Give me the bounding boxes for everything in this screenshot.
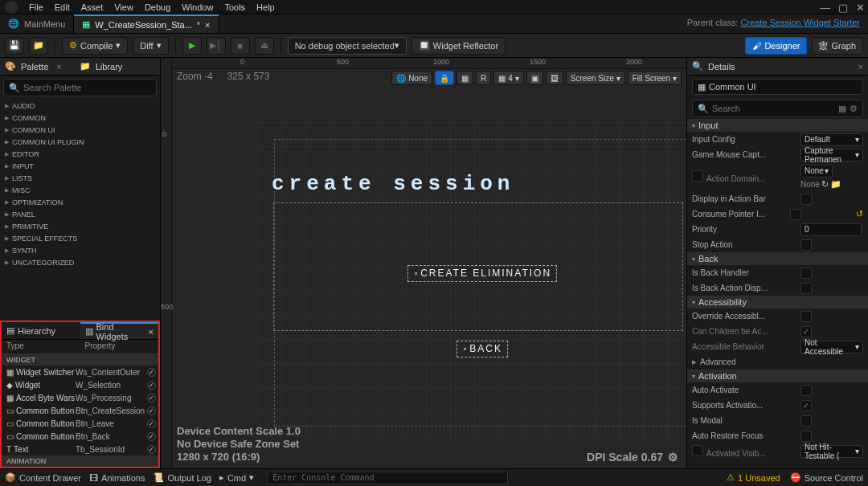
designer-viewport[interactable]: 0 500 0 500 1000 1500 2000 Zoom -4 325 x… [161,58,686,468]
parent-class-link[interactable]: Create Session Widget Starter [740,18,860,27]
bind-row[interactable]: TTextTb_SessionId✓ [2,443,158,455]
save-button[interactable]: 💾 [5,37,24,55]
palette-cat[interactable]: MISC [0,184,160,196]
palette-cat[interactable]: PANEL [0,208,160,220]
restore-focus-checkbox[interactable] [800,431,812,442]
bind-row[interactable]: ▭Common ButtonBtn_Back✓ [2,430,158,443]
palette-cat[interactable]: SPECIAL EFFECTS [0,232,160,244]
bind-row[interactable]: ▦Widget SwitcherWs_ContentOuter✓ [2,366,158,378]
use-icon[interactable]: ↻ [821,179,829,190]
bound-check-icon[interactable]: ✓ [147,419,156,428]
action-domain-checkbox[interactable] [692,170,703,182]
layout-grid-button[interactable]: ▦ [457,71,473,85]
bound-check-icon[interactable]: ✓ [147,394,156,402]
menu-file[interactable]: File [29,2,43,12]
menu-tools[interactable]: Tools [224,2,245,12]
menu-debug[interactable]: Debug [145,2,170,12]
close-details-icon[interactable]: × [858,62,863,71]
palette-cat[interactable]: LISTS [0,172,160,184]
designer-button[interactable]: 🖌 Designer [745,37,807,55]
settings-icon[interactable]: ⚙ [850,104,858,114]
eject-button[interactable]: ⏏ [255,37,274,55]
activated-vis-checkbox[interactable] [692,445,703,456]
action-domain-dropdown[interactable]: None▾ [800,165,833,178]
menu-asset[interactable]: Asset [81,2,104,12]
display-action-checkbox[interactable] [800,194,812,205]
menu-help[interactable]: Help [256,2,275,12]
section-accessibility[interactable]: Accessibility [687,296,868,308]
advanced-toggle[interactable]: ▸ Advanced [687,354,868,370]
bind-row[interactable]: ▭Common ButtonBtn_Leave✓ [2,417,158,430]
filter-icon[interactable]: ▦ [838,104,846,114]
cmd-dropdown[interactable]: ▸ Cmd ▾ [219,472,254,483]
stop-button[interactable]: ■ [231,37,250,55]
minimize-icon[interactable]: — [820,2,830,14]
menu-window[interactable]: Window [182,2,213,12]
snap-dropdown[interactable]: ▦ 4 ▾ [493,71,524,85]
bind-row[interactable]: ◆WidgetW_Selection✓ [2,378,158,391]
close-bind-icon[interactable]: × [149,327,154,337]
bound-check-icon[interactable]: ✓ [147,406,156,415]
palette-cat[interactable]: COMMON UI [0,124,160,136]
source-control-button[interactable]: ⛔ Source Control [790,472,863,483]
auto-activate-checkbox[interactable] [800,385,812,396]
library-tab[interactable]: Library [96,62,123,71]
section-input[interactable]: Input [687,119,868,132]
tab-hierarchy[interactable]: ▤ Hierarchy [2,322,80,339]
bind-row[interactable]: ▦Accel Byte WarsWs_Processing✓ [2,391,158,404]
tab-bind-widgets[interactable]: ▥ Bind Widgets× [80,322,159,339]
palette-cat[interactable]: UNCATEGORIZED [0,256,160,268]
console-input[interactable]: Enter Console Command [267,472,508,484]
bound-check-icon[interactable]: ✓ [147,445,156,454]
ue-logo[interactable] [5,1,18,14]
menu-view[interactable]: View [114,2,133,12]
search-palette-input[interactable]: 🔍 Search Palette [3,79,157,96]
screensize-dropdown[interactable]: Screen Size ▾ [566,71,625,85]
dpi-settings-icon[interactable]: ⚙ [668,451,678,464]
tab-createsession[interactable]: ▦ W_CreateSession_Sta... * × [74,14,219,33]
debug-object-dropdown[interactable]: No debug object selected ▾ [288,37,407,55]
palette-cat[interactable]: COMMON UI PLUGIN [0,136,160,148]
activated-vis-dropdown[interactable]: Not Hit-Testable (▾ [800,445,863,458]
reset-icon[interactable]: ↺ [856,209,863,219]
close-icon[interactable]: ✕ [856,2,865,14]
design-canvas[interactable]: create session ▫CREATE ELIMINATION ▫BACK… [257,122,686,443]
close-tab-icon[interactable]: × [205,20,210,30]
palette-cat[interactable]: COMMON [0,112,160,124]
section-back[interactable]: Back [687,252,868,265]
widget-back-button[interactable]: ▫BACK [457,341,508,357]
input-config-dropdown[interactable]: Default▾ [800,133,863,146]
fillscreen-dropdown[interactable]: Fill Screen ▾ [628,71,682,85]
palette-cat[interactable]: INPUT [0,160,160,172]
bound-check-icon[interactable]: ✓ [147,381,156,390]
back-disp-checkbox[interactable] [800,283,812,294]
supports-activ-checkbox[interactable]: ✓ [800,400,812,411]
widget-title-text[interactable]: create session [272,172,514,196]
section-activation[interactable]: Activation [687,370,868,382]
step-button[interactable]: ▶│ [207,37,226,55]
bind-row[interactable]: ▭Common ButtonBtn_CreateSession✓ [2,404,158,417]
layout-lock-button[interactable]: 🔒 [435,71,454,85]
mouse-capture-dropdown[interactable]: Capture Permanen▾ [800,149,863,161]
priority-input[interactable] [800,223,862,236]
consume-checkbox[interactable] [790,209,801,220]
palette-cat[interactable]: PRIMITIVE [0,220,160,232]
override-acc-checkbox[interactable] [800,311,812,322]
palette-cat[interactable]: EDITOR [0,148,160,160]
diff-button[interactable]: Diff ▾ [133,37,168,55]
search-details-input[interactable]: 🔍 Search ▦ ⚙ [692,100,863,117]
layout-r-button[interactable]: R [476,71,491,85]
maximize-icon[interactable]: ▢ [838,2,848,14]
palette-cat[interactable]: OPTIMIZATION [0,196,160,208]
image-button[interactable]: 🖼 [546,71,563,85]
widget-create-button[interactable]: ▫CREATE ELIMINATION [407,265,557,282]
behavior-dropdown[interactable]: Not Accessible▾ [800,341,863,353]
browse-icon[interactable]: 📁 [830,179,841,190]
col-type[interactable]: Type [2,340,80,353]
output-log-button[interactable]: 📜 Output Log [153,472,211,483]
compile-button[interactable]: ⚙Compile ▾ [62,37,128,55]
col-property[interactable]: Property [80,340,159,353]
bound-check-icon[interactable]: ✓ [147,368,156,377]
browse-button[interactable]: 📁 [29,37,48,55]
tab-mainmenu[interactable]: 🌐 MainMenu [0,14,74,33]
